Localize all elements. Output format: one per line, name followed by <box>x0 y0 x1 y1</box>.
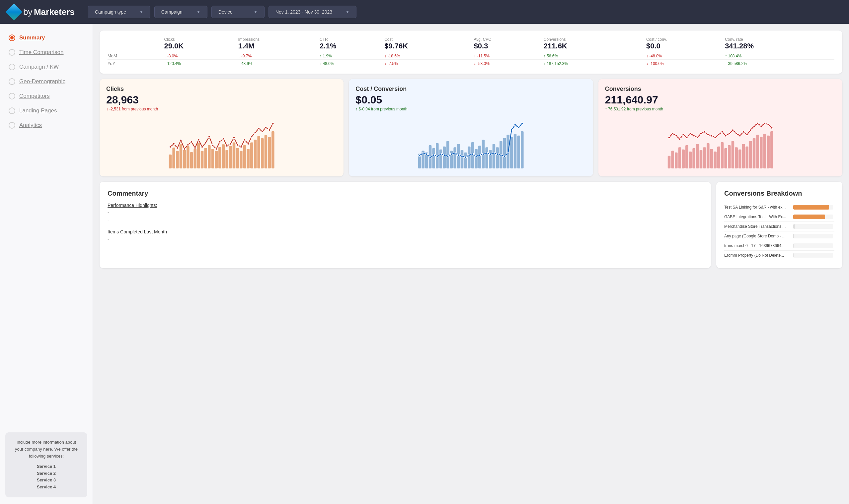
nav-item-competitors[interactable]: Competitors <box>5 89 87 104</box>
svg-point-108 <box>482 153 484 155</box>
svg-point-30 <box>169 146 171 148</box>
main-layout: Summary Time Comparison Campaign / KW Ge… <box>0 24 849 504</box>
chart-clicks: Clicks 28,963 -2,531 from previous month <box>100 79 344 176</box>
stats-cell: 48.0% <box>319 60 384 67</box>
breakdown-label: trans-march0 - 17 - 1639678664... <box>724 244 791 248</box>
svg-point-175 <box>757 122 758 124</box>
nav-item-geo-demographic[interactable]: Geo-Demographic <box>5 74 87 89</box>
svg-point-41 <box>208 136 210 138</box>
svg-rect-125 <box>686 145 688 168</box>
commentary-bullet-2: - <box>107 217 703 222</box>
svg-rect-128 <box>696 144 699 168</box>
breakdown-bar <box>793 253 794 258</box>
svg-point-178 <box>767 123 769 125</box>
nav-item-summary[interactable]: Summary <box>5 31 87 45</box>
service-item: Service 4 <box>12 484 81 491</box>
stats-cell: 108.4% <box>725 52 834 60</box>
bottom-row: Commentary Performance Highlights: - - I… <box>100 182 842 268</box>
svg-point-98 <box>447 155 449 157</box>
nav-item-campaign-kw[interactable]: Campaign / KW <box>5 60 87 74</box>
svg-point-172 <box>746 133 748 136</box>
svg-rect-140 <box>739 149 742 168</box>
svg-rect-126 <box>689 151 692 168</box>
svg-point-96 <box>440 153 442 155</box>
svg-rect-146 <box>760 137 763 168</box>
svg-rect-16 <box>225 150 228 168</box>
svg-point-176 <box>760 125 762 127</box>
chart-svg-clicks <box>106 115 337 168</box>
svg-point-53 <box>250 136 253 138</box>
svg-rect-20 <box>240 151 243 168</box>
nav-item-analytics[interactable]: Analytics <box>5 118 87 133</box>
svg-point-113 <box>500 154 502 156</box>
svg-rect-9 <box>201 151 204 168</box>
stats-col-header: Impressions1.4M <box>238 37 319 52</box>
svg-point-44 <box>219 141 221 143</box>
svg-point-59 <box>272 122 274 124</box>
stats-cell: 187,152.3% <box>544 60 646 67</box>
svg-rect-5 <box>187 146 190 168</box>
svg-point-153 <box>679 138 681 140</box>
stats-cell: -48.0% <box>646 52 725 60</box>
svg-point-154 <box>682 133 684 136</box>
svg-rect-12 <box>211 149 214 168</box>
filter-campaign-type[interactable]: Campaign type▼ <box>88 6 150 18</box>
svg-point-110 <box>489 153 491 155</box>
svg-rect-89 <box>521 131 524 168</box>
breakdown-bar-wrap <box>793 253 833 258</box>
svg-point-163 <box>714 137 716 139</box>
svg-rect-1 <box>172 147 175 168</box>
stats-header-row: Clicks29.0KImpressions1.4MCTR2.1%Cost$9.… <box>107 37 834 52</box>
filter-date-range[interactable]: Nov 1, 2023 - Nov 30, 2023▼ <box>268 6 357 18</box>
svg-point-174 <box>753 125 755 127</box>
svg-point-170 <box>739 134 741 137</box>
chart-svg-conversions <box>605 115 836 168</box>
stats-cell: -18.6% <box>384 52 474 60</box>
breakdown-item: Any page (Google Store Demo - ... <box>724 231 834 241</box>
breakdown-item: GABE Integrations Test - With Ex... <box>724 212 834 222</box>
svg-point-91 <box>422 152 424 154</box>
svg-point-90 <box>418 155 420 157</box>
svg-point-52 <box>247 143 249 145</box>
svg-point-43 <box>215 148 218 150</box>
nav-label: Landing Pages <box>19 107 57 114</box>
svg-rect-3 <box>179 144 183 168</box>
svg-point-47 <box>229 143 231 145</box>
breakdown-item: trans-march0 - 17 - 1639678664... <box>724 241 834 251</box>
svg-rect-79 <box>486 147 488 168</box>
stats-cell: 120.4% <box>164 60 238 67</box>
nav-item-time-comparison[interactable]: Time Comparison <box>5 45 87 60</box>
nav-radio <box>8 64 15 70</box>
svg-point-31 <box>173 143 175 145</box>
breakdown-label: Eromm Property (Do Not Delete... <box>724 253 791 258</box>
sidebar-info: Include more information about your comp… <box>5 432 87 497</box>
stats-cell: 39,586.2% <box>725 60 834 67</box>
stats-value: 39,586.2% <box>725 61 747 66</box>
breakdown-label: Merchandise Store Transactions ... <box>724 224 791 229</box>
nav-radio <box>8 49 15 56</box>
filter-device[interactable]: Device▼ <box>211 6 264 18</box>
stats-col-header: Clicks29.0K <box>164 37 238 52</box>
nav-label: Geo-Demographic <box>19 78 65 85</box>
nav-item-landing-pages[interactable]: Landing Pages <box>5 104 87 118</box>
nav-label: Analytics <box>19 122 42 129</box>
nav-label: Campaign / KW <box>19 64 59 70</box>
svg-rect-23 <box>250 143 253 168</box>
svg-point-151 <box>672 133 673 134</box>
stats-cell: -7.5% <box>384 60 474 67</box>
svg-rect-141 <box>742 144 745 168</box>
chart-change-cost-conversion: $-0.04 from previous month <box>356 107 586 111</box>
svg-point-102 <box>461 155 463 157</box>
svg-point-32 <box>176 147 178 149</box>
svg-rect-7 <box>193 149 196 168</box>
svg-point-112 <box>497 153 499 155</box>
svg-point-36 <box>191 141 192 143</box>
filter-campaign[interactable]: Campaign▼ <box>154 6 207 18</box>
svg-point-177 <box>764 122 766 124</box>
stats-cell: -58.0% <box>474 60 544 67</box>
stats-value: 108.4% <box>725 54 742 58</box>
svg-rect-82 <box>496 147 499 168</box>
svg-point-35 <box>187 144 189 146</box>
svg-point-117 <box>514 124 516 126</box>
breakdown-item: Test SA Linking for S&R - with ex... <box>724 203 834 212</box>
